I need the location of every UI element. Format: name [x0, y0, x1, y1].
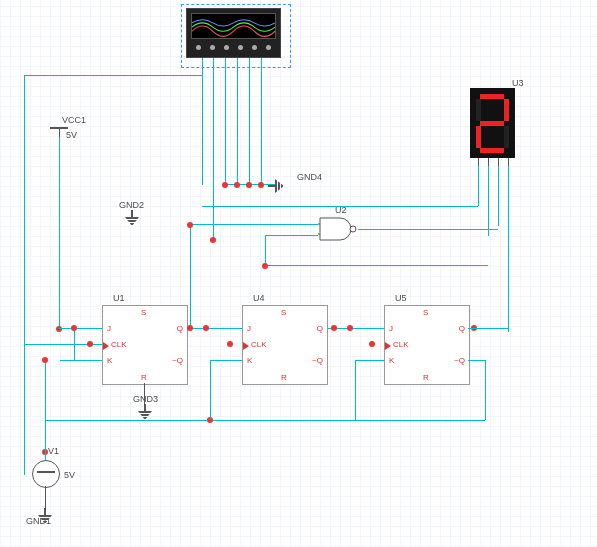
node — [471, 325, 477, 331]
ground-gnd1[interactable] — [35, 508, 55, 524]
pulse-source[interactable] — [32, 460, 60, 488]
oscilloscope[interactable] — [186, 8, 281, 58]
label-gnd2: GND2 — [119, 200, 144, 210]
jk-ff-u1[interactable]: S J CLK K Q ~Q R — [102, 305, 188, 385]
node — [56, 326, 62, 332]
label-gnd3: GND3 — [133, 394, 158, 404]
node — [203, 325, 209, 331]
node — [42, 357, 48, 363]
node — [369, 341, 375, 347]
label-v1-val: 5V — [64, 470, 75, 480]
node — [187, 325, 193, 331]
node — [246, 182, 252, 188]
label-u5: U5 — [395, 293, 407, 303]
schematic-canvas[interactable]: GND4 VCC1 5V GND2 U3 U2 — [0, 0, 597, 547]
svg-point-0 — [350, 226, 356, 232]
label-v1: V1 — [48, 446, 59, 456]
label-u1: U1 — [113, 293, 125, 303]
node — [347, 325, 353, 331]
node — [207, 417, 213, 423]
ground-gnd2[interactable] — [122, 210, 142, 226]
scope-screen — [191, 13, 276, 39]
display-pins — [473, 158, 513, 166]
jk-ff-u4[interactable]: S J CLK K Q ~Q R — [242, 305, 328, 385]
node — [262, 263, 268, 269]
node — [258, 182, 264, 188]
node — [227, 341, 233, 347]
ground-gnd4[interactable] — [268, 176, 284, 196]
node — [331, 325, 337, 331]
label-u2: U2 — [335, 205, 347, 215]
nand-gate[interactable] — [318, 216, 358, 242]
label-vcc-val: 5V — [66, 130, 77, 140]
node — [71, 325, 77, 331]
jk-ff-u5[interactable]: S J CLK K Q ~Q R — [384, 305, 470, 385]
label-u4: U4 — [253, 293, 265, 303]
node — [87, 341, 93, 347]
label-gnd4: GND4 — [297, 172, 322, 182]
node — [187, 222, 193, 228]
node — [222, 182, 228, 188]
node — [234, 182, 240, 188]
ground-gnd3[interactable] — [135, 404, 155, 420]
seven-seg-display[interactable] — [470, 88, 515, 158]
scope-probes — [191, 45, 275, 55]
node — [210, 237, 216, 243]
label-u3: U3 — [512, 78, 524, 88]
label-vcc1: VCC1 — [62, 115, 86, 125]
